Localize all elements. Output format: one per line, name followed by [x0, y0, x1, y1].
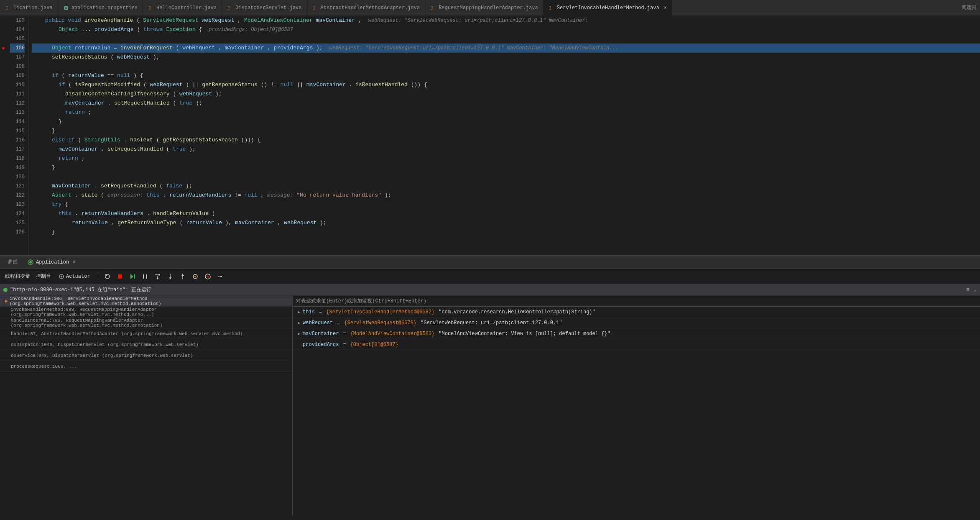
var-expand-mavContainer[interactable]: ▶ [298, 331, 300, 336]
btn-refresh[interactable] [102, 272, 112, 282]
application-run-icon [28, 259, 33, 265]
tab-label: ServletInvocableHandlerMethod.java [557, 5, 659, 11]
code-line-117: mavContainer . setRequestHandled ( true … [32, 145, 980, 154]
stack-item-2[interactable]: handleInternal:793, RequestMappingHandle… [0, 318, 292, 328]
var-name-providedArgs: providedArgs [303, 342, 339, 348]
var-item-webRequest: ▶ webRequest = {ServletWebRequest@6579} … [293, 318, 980, 328]
var-ref-providedArgs: {Object[0]@6587} [350, 342, 398, 348]
fn-getReturnValueType: getReturnValueType [117, 220, 176, 226]
svg-rect-16 [146, 274, 147, 279]
var-expand-this[interactable]: ▶ [298, 310, 300, 315]
svg-rect-14 [134, 274, 135, 279]
java-icon-2: J [148, 5, 154, 11]
kw-try: try [52, 201, 65, 207]
code-line-105 [32, 34, 980, 44]
btn-run-to-cursor[interactable] [190, 272, 200, 282]
line-num-119: 119 [10, 163, 25, 172]
btn-more[interactable]: ⋯ [215, 272, 225, 282]
read-only-indicator: 阅读只 [958, 0, 980, 15]
btn-stop[interactable] [115, 272, 125, 282]
btn-step-over[interactable] [153, 272, 163, 282]
hint-103: webRequest: "ServletWebRequest: uri=/pat… [368, 16, 588, 25]
param-rvHandlers: returnValueHandlers [82, 210, 143, 217]
stack-item-text-4: doDispatch:1040, DispatcherServlet (org.… [11, 342, 199, 347]
svg-marker-13 [130, 274, 133, 279]
svg-text:J: J [148, 6, 151, 10]
fn-setRequestHandled3: setRequestHandled [101, 183, 156, 189]
tab-dispatcher-servlet[interactable]: J DispatcherServlet.java [222, 0, 307, 15]
param-wr6: webRequest [284, 220, 316, 226]
bool-false: false [166, 183, 182, 189]
stack-item-0[interactable]: ▶ invokeAndHandle:106, ServletInvocableH… [0, 296, 292, 307]
code-line-115: } [32, 126, 980, 136]
editor-area: ● 103 104 105 106 107 108 109 110 [0, 16, 980, 255]
thread-running-label: "http-nio-8080-exec-1"@5,145 在组"main": 正… [10, 286, 151, 293]
tab-request-mapping[interactable]: J RequestMappingHandlerAdapter.java [425, 0, 544, 15]
param-providedArgs: providedArgs [94, 26, 134, 33]
tab-close-button[interactable]: × [664, 5, 667, 11]
filter-icon[interactable]: ⊟ [967, 287, 970, 293]
var-expand-webRequest[interactable]: ▶ [298, 320, 300, 325]
type-assert: Assert [52, 192, 71, 198]
gutter-row-117 [0, 145, 7, 154]
tab-abstract-handler[interactable]: J AbstractHandlerMethodAdapter.java [307, 0, 426, 15]
gutter-row-112 [0, 99, 7, 108]
btn-step-into[interactable] [165, 272, 175, 282]
frame-indicator: ▶ [5, 298, 8, 304]
bool-true2: true [173, 146, 186, 152]
tab-servlet-invocable[interactable]: J ServletInvocableHandlerMethod.java × [544, 0, 672, 15]
type-exception: Exception [166, 26, 196, 33]
gutter-row-108 [0, 62, 7, 71]
tab-application[interactable]: Application × [23, 257, 80, 267]
svg-text:J: J [431, 6, 433, 10]
fn-getResponseStatus: getResponseStatus [202, 82, 258, 88]
running-indicator: "http-nio-8080-exec-1"@5,145 在组"main": 正… [0, 284, 980, 296]
param-returnValueHandlers: returnValueHandlers [169, 192, 231, 198]
tab-debug[interactable]: 调试 [3, 257, 22, 267]
var-search-hint: 对表达式求值(Enter)或添加监视(Ctrl+Shift+Enter) [296, 297, 977, 305]
code-line-125: returnValue , getReturnValueType ( retur… [32, 218, 980, 228]
stack-item-3[interactable]: handle:87, AbstractHandlerMethodAdapter … [0, 328, 292, 339]
svg-marker-22 [181, 274, 184, 276]
var-returnValue: returnValue [75, 45, 111, 51]
tab-application-properties[interactable]: application.properties [58, 0, 143, 15]
thread-chevron[interactable]: ⌄ [974, 287, 977, 293]
code-line-112: mavContainer . setRequestHandled ( true … [32, 99, 980, 108]
stack-item-6[interactable]: processRequest:1006, ... [0, 361, 292, 372]
code-line-126: } [32, 228, 980, 237]
java-icon-6: J [549, 5, 554, 11]
variables-panel: 对表达式求值(Enter)或添加监视(Ctrl+Shift+Enter) ▶ t… [293, 296, 980, 516]
param-rv4: returnValue [186, 220, 222, 226]
var-ref-mavContainer: {ModelAndViewContainer@6583} [350, 331, 435, 337]
gutter-row-114 [0, 117, 7, 126]
refresh-icon [104, 273, 111, 280]
var-name-mavContainer: mavContainer [303, 331, 339, 337]
stack-item-4[interactable]: doDispatch:1040, DispatcherServlet (org.… [0, 339, 292, 350]
console-label: 控制台 [36, 273, 51, 280]
btn-evaluate[interactable] [203, 272, 213, 282]
svg-text:J: J [312, 6, 315, 10]
tab-label: application.properties [71, 5, 138, 11]
btn-resume[interactable] [128, 272, 138, 282]
var-eq-this: = [319, 309, 322, 315]
param-mavContainer2: mavContainer [225, 45, 264, 51]
step-out-icon [179, 273, 186, 280]
line-num-122: 122 [10, 191, 25, 200]
fn-invokeForRequest: invokeForRequest [120, 45, 173, 51]
gutter-row-115 [0, 126, 7, 136]
tab-application-close[interactable]: × [72, 259, 76, 266]
type-servlet: ServletWebRequest [143, 17, 199, 23]
code-line-119: } [32, 163, 980, 172]
var-returnValue2: returnValue [68, 72, 104, 79]
var-name-this: this [303, 309, 315, 315]
line-num-114: 114 [10, 117, 25, 126]
btn-pause[interactable] [140, 272, 150, 282]
line-num-123: 123 [10, 200, 25, 209]
stack-item-5[interactable]: doService:943, DispatcherServlet (org.sp… [0, 350, 292, 361]
btn-step-out[interactable] [178, 272, 188, 282]
tab-application-java[interactable]: J lication.java [0, 0, 58, 15]
stack-item-1[interactable]: invokeHandlerMethod:888, RequestMappingH… [0, 307, 292, 318]
param-mav6: mavContainer [52, 183, 91, 189]
tab-hello-controller[interactable]: J HelloController.java [143, 0, 222, 15]
line-num-107: 107 [10, 53, 25, 62]
